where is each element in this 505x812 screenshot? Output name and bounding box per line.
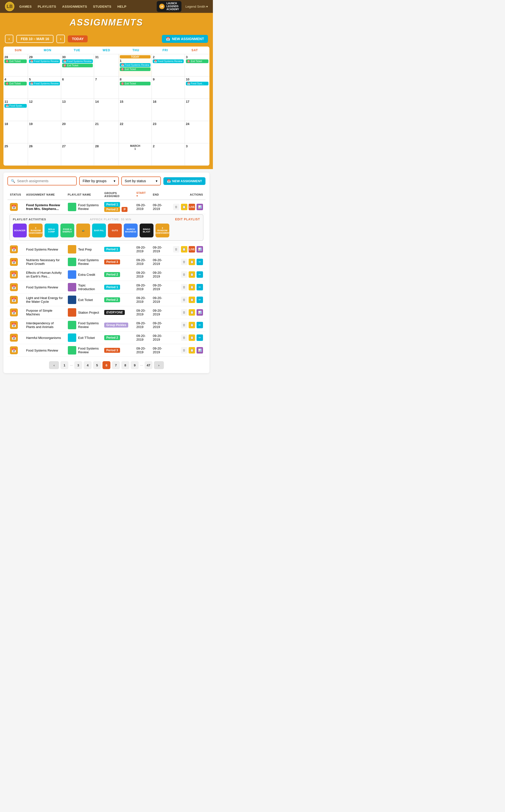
game-bouncer[interactable]: BOUNCER <box>13 223 27 237</box>
page-btn-7[interactable]: 7 <box>112 361 120 369</box>
cal-prev-btn[interactable]: ‹ <box>5 35 13 43</box>
cal-event[interactable]: 🎯 Exit Ticket <box>120 67 151 71</box>
cal-cell-march3[interactable]: 3 <box>185 143 209 166</box>
group-badge[interactable]: Group Pickles <box>104 323 128 328</box>
cal-cell-7[interactable]: 7 <box>94 76 119 99</box>
nav-assignments[interactable]: ASSIGNMENTS <box>62 5 87 8</box>
cal-cell-11[interactable]: 11 📅 Food Syste... <box>3 99 28 121</box>
cal-cell-16[interactable]: 16 <box>152 99 185 121</box>
game-molecules[interactable]: MOL&COMP <box>44 223 58 237</box>
cal-cell-31[interactable]: 31 <box>94 54 119 76</box>
group-badge[interactable]: Period 3 <box>104 260 120 265</box>
cal-event[interactable]: 🎯 Exit Ticket <box>120 82 151 86</box>
cal-event[interactable]: 📅 Food Systems Review <box>62 59 93 63</box>
cal-cell-28[interactable]: 28 🎯 Exit Ticket <box>3 54 28 76</box>
cal-next-btn[interactable]: › <box>56 35 65 43</box>
cal-cell-24[interactable]: 24 <box>185 121 209 143</box>
nav-games[interactable]: GAMES <box>19 5 32 8</box>
group-badge[interactable]: Period 1 <box>104 247 120 252</box>
cal-event[interactable]: 📅 Food Syste... <box>4 104 27 108</box>
nav-playlists[interactable]: PLAYLISTS <box>38 5 56 8</box>
cal-event[interactable]: 📅 Food Syst... <box>186 82 208 86</box>
cal-cell-2[interactable]: 2 📅 Food Systems Review <box>152 54 185 76</box>
live-btn[interactable]: LIVE <box>189 204 195 210</box>
cal-cell-27[interactable]: 27 <box>61 143 94 166</box>
col-start[interactable]: START ▾ <box>134 189 151 200</box>
cal-cell-17[interactable]: 17 <box>185 99 209 121</box>
copy-btn[interactable]: 📋 <box>189 334 195 341</box>
cal-cell-6[interactable]: 6 <box>61 76 94 99</box>
cal-cell-12[interactable]: 12 <box>28 99 61 121</box>
cal-cell-20[interactable]: 20 <box>61 121 94 143</box>
user-menu[interactable]: Legend Smith ▾ <box>185 5 208 8</box>
cal-event[interactable]: 🎯 Exit Ticket <box>4 82 27 86</box>
cal-new-assignment-btn[interactable]: 📅 NEW ASSIGNMENT <box>162 35 208 43</box>
cal-cell-13[interactable]: 13 <box>61 99 94 121</box>
search-input[interactable] <box>17 179 73 183</box>
cal-cell-5[interactable]: 5 📅 Food Systems Review <box>28 76 61 99</box>
delete-btn[interactable]: 🗑 <box>173 204 179 210</box>
copy-btn[interactable]: 📋 <box>181 204 187 210</box>
cal-event[interactable]: 📅 Food Systems Review <box>120 63 151 67</box>
game-random-1[interactable]: 3RANDOMASSESSMENT <box>29 223 42 237</box>
group-badge[interactable]: P <box>122 207 128 212</box>
group-badge[interactable]: Period 2 <box>104 335 120 340</box>
cal-cell-3[interactable]: 3 🎯 Exit Ticket <box>185 54 209 76</box>
delete-btn[interactable]: 🗑 <box>181 259 187 265</box>
cal-cell-18[interactable]: 18 <box>3 121 28 143</box>
cal-event[interactable]: 🎯 Exit Ticket <box>186 59 208 63</box>
edit-btn[interactable]: ✏ <box>196 284 203 290</box>
delete-btn[interactable]: 🗑 <box>181 271 187 278</box>
copy-btn[interactable]: 📋 <box>189 259 195 265</box>
cal-cell-19[interactable]: 19 <box>28 121 61 143</box>
edit-btn[interactable]: ✏ <box>196 259 203 265</box>
nav-students[interactable]: STUDENTS <box>93 5 112 8</box>
sort-status-select[interactable]: Sort by status ▾ <box>121 176 161 185</box>
cal-cell-30[interactable]: 30 📅 Food Systems Review 🎯 Exit Ticket <box>61 54 94 76</box>
cal-cell-21[interactable]: 21 <box>94 121 119 143</box>
edit-playlist-btn[interactable]: EDIT PLAYLIST <box>175 217 200 221</box>
page-btn-4[interactable]: 4 <box>84 361 92 369</box>
page-btn-9[interactable]: 9 <box>131 361 139 369</box>
live-btn[interactable]: LIVE <box>189 246 195 253</box>
copy-btn[interactable]: 📋 <box>189 347 195 353</box>
copy-btn[interactable]: 📋 <box>189 271 195 278</box>
game-random-2[interactable]: 3RANDOMASSESSMENT <box>155 223 169 237</box>
delete-btn[interactable]: 🗑 <box>173 246 179 253</box>
cal-event[interactable]: 📅 Food Systems Review <box>29 82 60 86</box>
game-bingo[interactable]: BINGOBLAST <box>140 223 154 237</box>
page-next-btn[interactable]: › <box>154 361 164 369</box>
delete-btn[interactable]: 🗑 <box>181 322 187 328</box>
game-guts[interactable]: GUTS <box>108 223 122 237</box>
cal-event[interactable]: 🎯 Exit Ticket <box>4 59 27 63</box>
copy-btn[interactable]: 📋 <box>189 322 195 328</box>
cal-cell-1-today[interactable]: TODAY 1 📅 Food Systems Review 🎯 Exit Tic… <box>119 54 152 76</box>
cal-cell-10[interactable]: 10 📅 Food Syst... <box>185 76 209 99</box>
page-btn-1[interactable]: 1 <box>60 361 68 369</box>
nav-help[interactable]: HELP <box>117 5 127 8</box>
cal-cell-4[interactable]: 4 🎯 Exit Ticket <box>3 76 28 99</box>
edit-btn[interactable]: ✏ <box>196 297 203 303</box>
cal-cell-29[interactable]: 29 📅 Food Systems Review <box>28 54 61 76</box>
cal-event[interactable]: 📅 Food Systems Review <box>153 59 183 63</box>
cal-cell-23[interactable]: 23 <box>152 121 185 143</box>
page-btn-6[interactable]: 6 <box>103 361 111 369</box>
group-badge[interactable]: Period 2 <box>104 207 120 212</box>
cal-event[interactable]: 🎯 Exit Ticket <box>62 63 93 67</box>
search-box[interactable]: 🔍 <box>7 176 77 185</box>
cal-cell-26[interactable]: 26 <box>28 143 61 166</box>
copy-btn[interactable]: 📋 <box>181 246 187 253</box>
filter-groups-select[interactable]: Filter by groups ▾ <box>79 176 119 185</box>
cal-event[interactable]: 📅 Food Systems Review <box>29 59 60 63</box>
group-badge[interactable]: Period 2 <box>104 297 120 302</box>
cal-cell-march1[interactable]: MARCH1 <box>119 143 152 166</box>
cal-cell-28b[interactable]: 28 <box>94 143 119 166</box>
new-assignment-btn[interactable]: 📅 NEW ASSIGNMENT <box>163 177 205 185</box>
delete-btn[interactable]: 🗑 <box>181 284 187 290</box>
chart-btn[interactable]: 📊 <box>196 204 203 210</box>
cal-cell-8[interactable]: 8 🎯 Exit Ticket <box>119 76 152 99</box>
game-construction[interactable]: 🚜 <box>76 223 90 237</box>
copy-btn[interactable]: 📋 <box>189 284 195 290</box>
cal-cell-march2[interactable]: 2 <box>152 143 185 166</box>
edit-btn[interactable]: ✏ <box>196 322 203 328</box>
